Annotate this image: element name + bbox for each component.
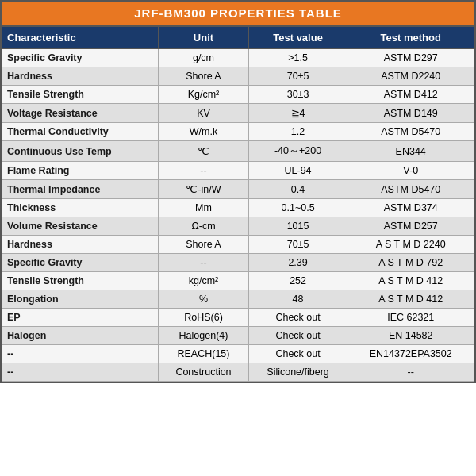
cell-characteristic: Flame Rating xyxy=(2,162,159,180)
cell-characteristic: Thermal Conductivity xyxy=(2,123,159,141)
cell-unit: -- xyxy=(159,254,248,272)
cell-test-method: EN344 xyxy=(347,141,474,162)
table-row: HardnessShore A70±5ASTM D2240 xyxy=(2,67,474,86)
cell-unit: g/cm xyxy=(159,49,248,67)
cell-test-method: IEC 62321 xyxy=(347,309,474,327)
cell-test-method: A S T M D 792 xyxy=(347,254,474,272)
cell-test-value: 70±5 xyxy=(248,236,347,254)
cell-test-method: ASTM D412 xyxy=(347,86,474,104)
cell-test-method: ASTM D297 xyxy=(347,49,474,67)
cell-test-method: ASTM D2240 xyxy=(347,67,474,86)
cell-test-value: 1.2 xyxy=(248,123,347,141)
cell-characteristic: Hardness xyxy=(2,67,159,86)
cell-characteristic: -- xyxy=(2,363,159,382)
cell-test-method: ASTM D5470 xyxy=(347,123,474,141)
cell-characteristic: Hardness xyxy=(2,236,159,254)
cell-test-method: A S T M D 412 xyxy=(347,272,474,290)
cell-test-value: 48 xyxy=(248,290,347,309)
cell-characteristic: Tensile Strength xyxy=(2,86,159,104)
cell-test-method: ASTM D374 xyxy=(347,199,474,217)
cell-unit: ℃-in/W xyxy=(159,180,248,199)
table-row: HalogenHalogen(4)Check outEN 14582 xyxy=(2,327,474,345)
cell-characteristic: Halogen xyxy=(2,327,159,345)
cell-characteristic: Tensile Strength xyxy=(2,272,159,290)
cell-test-method: EN14372EPA3502 xyxy=(347,345,474,363)
cell-unit: Construction xyxy=(159,363,248,382)
cell-unit: KV xyxy=(159,104,248,123)
cell-unit: % xyxy=(159,290,248,309)
cell-unit: Shore A xyxy=(159,236,248,254)
cell-test-value: Check out xyxy=(248,327,347,345)
cell-test-method: -- xyxy=(347,363,474,382)
table-row: --ConstructionSilicone/fiberg-- xyxy=(2,363,474,382)
cell-test-value: Check out xyxy=(248,309,347,327)
cell-unit: Shore A xyxy=(159,67,248,86)
cell-characteristic: EP xyxy=(2,309,159,327)
table-row: --REACH(15)Check outEN14372EPA3502 xyxy=(2,345,474,363)
cell-unit: RoHS(6) xyxy=(159,309,248,327)
cell-characteristic: Thermal Impedance xyxy=(2,180,159,199)
table-row: Tensile StrengthKg/cm²30±3ASTM D412 xyxy=(2,86,474,104)
table-row: Elongation%48A S T M D 412 xyxy=(2,290,474,309)
cell-test-value: 1015 xyxy=(248,217,347,236)
cell-characteristic: Elongation xyxy=(2,290,159,309)
cell-test-method: ASTM D149 xyxy=(347,104,474,123)
cell-test-value: UL-94 xyxy=(248,162,347,180)
cell-test-value: 2.39 xyxy=(248,254,347,272)
table-row: Specific Gravityg/cm>1.5ASTM D297 xyxy=(2,49,474,67)
cell-test-method: V-0 xyxy=(347,162,474,180)
table-row: Thermal ConductivityW/m.k1.2ASTM D5470 xyxy=(2,123,474,141)
col-header-test-value: Test value xyxy=(248,27,347,49)
cell-test-value: Check out xyxy=(248,345,347,363)
cell-unit: Kg/cm² xyxy=(159,86,248,104)
cell-test-value: 70±5 xyxy=(248,67,347,86)
cell-test-value: 252 xyxy=(248,272,347,290)
table-row: HardnessShore A70±5A S T M D 2240 xyxy=(2,236,474,254)
cell-test-value: 30±3 xyxy=(248,86,347,104)
cell-characteristic: -- xyxy=(2,345,159,363)
cell-test-value: 0.1~0.5 xyxy=(248,199,347,217)
cell-unit: W/m.k xyxy=(159,123,248,141)
col-header-unit: Unit xyxy=(159,27,248,49)
cell-unit: REACH(15) xyxy=(159,345,248,363)
table-row: EPRoHS(6)Check outIEC 62321 xyxy=(2,309,474,327)
properties-table: JRF-BM300 PROPERTIES TABLE Characteristi… xyxy=(0,0,476,383)
table-row: Continuous Use Temp℃-40～+200EN344 xyxy=(2,141,474,162)
cell-test-method: A S T M D 412 xyxy=(347,290,474,309)
header-row: Characteristic Unit Test value Test meth… xyxy=(2,27,474,49)
cell-test-value: 0.4 xyxy=(248,180,347,199)
cell-unit: Halogen(4) xyxy=(159,327,248,345)
cell-test-value: -40～+200 xyxy=(248,141,347,162)
table-row: ThicknessMm0.1~0.5ASTM D374 xyxy=(2,199,474,217)
table-row: Flame Rating--UL-94V-0 xyxy=(2,162,474,180)
cell-characteristic: Thickness xyxy=(2,199,159,217)
cell-test-value: >1.5 xyxy=(248,49,347,67)
cell-test-method: EN 14582 xyxy=(347,327,474,345)
table-row: Thermal Impedance℃-in/W0.4ASTM D5470 xyxy=(2,180,474,199)
table-row: Volume ResistanceΩ-cm1015ASTM D257 xyxy=(2,217,474,236)
cell-characteristic: Continuous Use Temp xyxy=(2,141,159,162)
cell-characteristic: Specific Gravity xyxy=(2,254,159,272)
cell-test-method: ASTM D257 xyxy=(347,217,474,236)
table-row: Tensile Strengthkg/cm²252A S T M D 412 xyxy=(2,272,474,290)
table-row: Voltage ResistanceKV≧4ASTM D149 xyxy=(2,104,474,123)
cell-characteristic: Volume Resistance xyxy=(2,217,159,236)
cell-test-method: ASTM D5470 xyxy=(347,180,474,199)
cell-unit: -- xyxy=(159,162,248,180)
cell-characteristic: Voltage Resistance xyxy=(2,104,159,123)
cell-unit: Mm xyxy=(159,199,248,217)
data-table: Characteristic Unit Test value Test meth… xyxy=(2,26,474,382)
cell-characteristic: Specific Gravity xyxy=(2,49,159,67)
cell-test-method: A S T M D 2240 xyxy=(347,236,474,254)
col-header-characteristic: Characteristic xyxy=(2,27,159,49)
cell-unit: ℃ xyxy=(159,141,248,162)
col-header-test-method: Test method xyxy=(347,27,474,49)
table-row: Specific Gravity--2.39A S T M D 792 xyxy=(2,254,474,272)
cell-unit: Ω-cm xyxy=(159,217,248,236)
cell-test-value: ≧4 xyxy=(248,104,347,123)
cell-unit: kg/cm² xyxy=(159,272,248,290)
table-body: Specific Gravityg/cm>1.5ASTM D297Hardnes… xyxy=(2,49,474,382)
cell-test-value: Silicone/fiberg xyxy=(248,363,347,382)
table-title: JRF-BM300 PROPERTIES TABLE xyxy=(2,2,474,26)
